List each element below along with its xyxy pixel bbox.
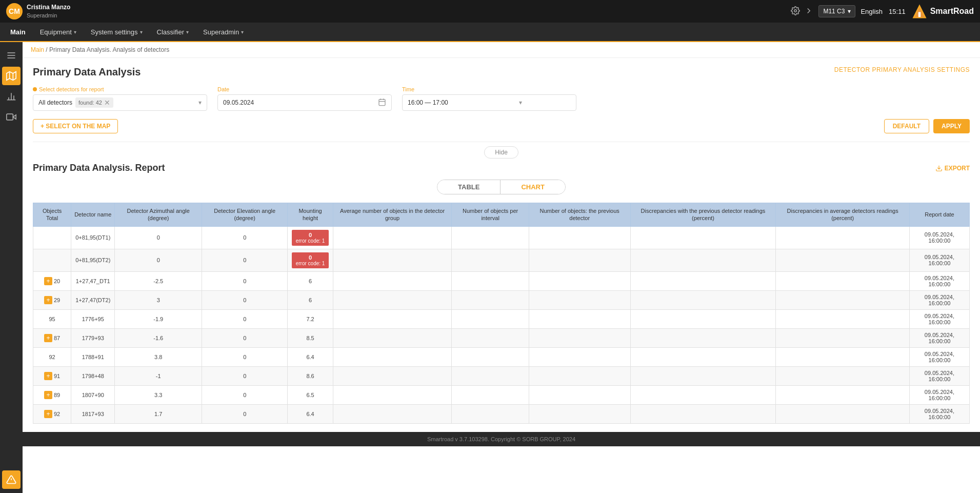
expand-row-button[interactable]: + (44, 334, 52, 342)
route-selector[interactable]: M11 C3 ▾ (818, 5, 855, 17)
cell-detector-name: 0+81,95(DT2) (71, 249, 115, 271)
cell-detector-name: 1779+93 (71, 328, 115, 347)
table-row: + 891807+903.306.509.05.2024, 16:00:00 (33, 385, 970, 404)
detector-label: Select detectors for report (33, 86, 207, 92)
cell-azimuthal: 0 (115, 226, 202, 249)
th-detector-name: Detector name (71, 203, 115, 227)
th-avg-objects: Average number of objects in the detecto… (333, 203, 452, 227)
time-value: 16:00 — 17:00 (408, 99, 459, 106)
filter-form-row: Select detectors for report All detector… (33, 86, 970, 111)
expand-row-button[interactable]: + (44, 372, 52, 380)
clear-detector-btn[interactable]: ✕ (104, 98, 110, 107)
cell-report-date: 09.05.2024, 16:00:00 (909, 328, 969, 347)
cell-mounting-height: 6.5 (288, 385, 333, 404)
table-body: 0+81,95(DT1)000error code: 109.05.2024, … (33, 226, 970, 423)
cell-avg-objects (333, 249, 452, 271)
cell-detector-name: 0+81,95(DT1) (71, 226, 115, 249)
cell-detector-name: 1776+95 (71, 309, 115, 328)
time-input[interactable]: 16:00 — 17:00 ▾ (402, 94, 576, 111)
time-dropdown-arrow[interactable]: ▾ (519, 99, 571, 106)
detector-dropdown-arrow[interactable]: ▾ (198, 99, 202, 106)
page-title: Primary Data Analysis (33, 66, 141, 78)
cell-report-date: 09.05.2024, 16:00:00 (909, 404, 969, 423)
action-row: + SELECT ON THE MAP DEFAULT APPLY (33, 119, 970, 133)
page-body: Primary Data Analysis DETECTOR PRIMARY A… (23, 58, 980, 432)
breadcrumb-main[interactable]: Main (31, 46, 44, 53)
sidebar-item-camera[interactable] (2, 108, 21, 126)
cell-report-date: 09.05.2024, 16:00:00 (909, 290, 969, 309)
cell-discrepancies-prev (630, 226, 776, 249)
sidebar-item-alert[interactable] (2, 470, 21, 489)
cell-discrepancies-prev (630, 249, 776, 271)
select-on-map-button[interactable]: + SELECT ON THE MAP (33, 119, 118, 133)
th-azimuthal: Detector Azimuthal angle (degree) (115, 203, 202, 227)
cell-elevation: 0 (202, 226, 288, 249)
expand-row-button[interactable]: + (44, 296, 52, 304)
settings-link[interactable]: DETECTOR PRIMARY ANALYSIS SETTINGS (834, 66, 970, 73)
nav-item-system-settings[interactable]: System settings ▾ (85, 25, 149, 39)
time-selector-group: Time 16:00 — 17:00 ▾ (402, 86, 576, 111)
user-info: CM Cristina Manzo Superadmin (6, 3, 786, 19)
cell-objects-total: + 87 (33, 328, 71, 347)
cell-discrepancies-avg (776, 249, 909, 271)
table-row: 951776+95-1.907.209.05.2024, 16:00:00 (33, 309, 970, 328)
cell-discrepancies-avg (776, 366, 909, 385)
cell-avg-objects (333, 271, 452, 290)
settings-icon[interactable] (791, 6, 800, 17)
cell-discrepancies-avg (776, 347, 909, 366)
user-role: Superadmin (27, 12, 70, 19)
table-row: + 871779+93-1.608.509.05.2024, 16:00:00 (33, 328, 970, 347)
route-value: M11 C3 (823, 8, 845, 15)
sidebar-item-map[interactable] (2, 67, 21, 85)
default-button[interactable]: DEFAULT (884, 119, 929, 133)
tab-container: TABLE CHART (437, 180, 566, 194)
cell-objects-interval (452, 347, 529, 366)
main-layout: Main / Primary Data Analysis. Analysis o… (0, 42, 980, 493)
classifier-chevron: ▾ (186, 29, 189, 35)
date-label: Date (217, 86, 392, 92)
cell-discrepancies-avg (776, 328, 909, 347)
nav-item-superadmin[interactable]: Superadmin ▾ (197, 25, 250, 39)
cell-azimuthal: -1.6 (115, 328, 202, 347)
expand-row-button[interactable]: + (44, 277, 52, 285)
expand-row-button[interactable]: + (44, 391, 52, 399)
tab-chart[interactable]: CHART (501, 180, 565, 194)
error-cell: 0error code: 1 (292, 230, 328, 246)
apply-button[interactable]: APPLY (933, 119, 970, 133)
cell-objects-interval (452, 226, 529, 249)
th-objects-interval: Number of objects per interval (452, 203, 529, 227)
table-row: 0+81,95(DT1)000error code: 109.05.2024, … (33, 226, 970, 249)
forward-icon[interactable] (804, 6, 813, 17)
cell-azimuthal: -2.5 (115, 271, 202, 290)
cell-objects-interval (452, 385, 529, 404)
export-button[interactable]: EXPORT (935, 165, 970, 172)
tab-table[interactable]: TABLE (437, 180, 501, 194)
brand-name: SmartRoad (930, 7, 974, 16)
nav-item-equipment[interactable]: Equipment ▾ (34, 25, 83, 39)
calendar-icon[interactable] (378, 98, 386, 108)
sidebar-item-menu[interactable] (2, 46, 21, 65)
expand-row-button[interactable]: + (44, 410, 52, 418)
footer-text: Smartroad v 3.7.103298. Copyright © SORB… (427, 436, 575, 442)
nav-item-main[interactable]: Main (4, 25, 32, 39)
cell-objects-prev (529, 404, 630, 423)
language-selector[interactable]: English (861, 8, 883, 15)
detector-input[interactable]: All detectors found: 42 ✕ ▾ (33, 94, 207, 111)
cell-mounting-height: 6.4 (288, 347, 333, 366)
svg-point-0 (794, 9, 797, 12)
cell-avg-objects (333, 290, 452, 309)
sidebar-item-chart[interactable] (2, 87, 21, 106)
cell-mounting-height: 0error code: 1 (288, 226, 333, 249)
date-value: 09.05.2024 (223, 99, 254, 106)
detector-value: All detectors (38, 99, 72, 106)
th-mounting-height: Mounting height (288, 203, 333, 227)
date-input[interactable]: 09.05.2024 (217, 94, 392, 111)
page-title-row: Primary Data Analysis DETECTOR PRIMARY A… (33, 66, 970, 78)
cell-discrepancies-avg (776, 309, 909, 328)
table-header-row: Objects Total Detector name Detector Azi… (33, 203, 970, 227)
hide-button[interactable]: Hide (484, 146, 518, 159)
nav-item-classifier[interactable]: Classifier ▾ (151, 25, 195, 39)
cell-discrepancies-avg (776, 226, 909, 249)
cell-objects-prev (529, 309, 630, 328)
cell-objects-prev (529, 226, 630, 249)
